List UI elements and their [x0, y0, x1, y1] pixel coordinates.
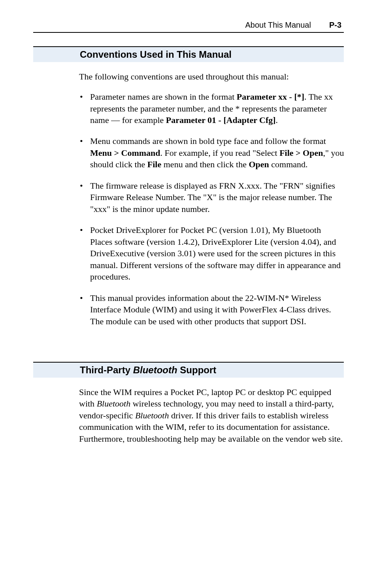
text: Parameter names are shown in the format: [90, 92, 237, 102]
section1-content: The following conventions are used throu…: [79, 71, 345, 327]
italic-text: Bluetooth: [97, 399, 131, 408]
header-title: About This Manual: [245, 21, 311, 30]
section2-content: Since the WIM requires a Pocket PC, lapt…: [79, 386, 345, 444]
text: command.: [269, 159, 308, 169]
section-heading-conventions: Conventions Used in This Manual: [79, 46, 344, 62]
bold-text: Menu > Command: [90, 148, 160, 158]
conventions-list: Parameter names are shown in the format …: [79, 91, 345, 327]
italic-text: Bluetooth: [135, 410, 169, 420]
list-item: Pocket DriveExplorer for Pocket PC (vers…: [79, 224, 345, 282]
text: The firmware release is displayed as FRN…: [90, 181, 335, 214]
text: . For example, if you read "Select: [160, 148, 280, 158]
bold-text: Parameter xx - [*]: [237, 92, 304, 102]
list-item: Menu commands are shown in bold type fac…: [79, 135, 345, 170]
heading-italic: Bluetooth: [133, 365, 177, 375]
heading-indent-fill: [33, 46, 79, 62]
heading-text: Support: [177, 365, 217, 375]
header-row: About This Manual P-3: [33, 21, 344, 30]
text: .: [276, 115, 278, 125]
section-heading-bar: Third-Party Bluetooth Support: [33, 362, 344, 378]
bold-text: File > Open: [279, 148, 323, 158]
page: About This Manual P-3 Conventions Used i…: [0, 0, 377, 588]
bold-text: Parameter 01 - [Adapter Cfg]: [166, 115, 276, 125]
text: This manual provides information about t…: [90, 293, 331, 326]
list-item: This manual provides information about t…: [79, 292, 345, 327]
header-rule: [33, 32, 344, 33]
list-item: The firmware release is displayed as FRN…: [79, 180, 345, 215]
bold-text: File: [147, 159, 161, 169]
list-item: Parameter names are shown in the format …: [79, 91, 345, 126]
text: Menu commands are shown in bold type fac…: [90, 136, 326, 146]
text: menu and then click the: [161, 159, 249, 169]
section-gap: [33, 337, 344, 362]
text: Pocket DriveExplorer for Pocket PC (vers…: [90, 225, 341, 282]
header-page-number: P-3: [329, 21, 341, 30]
heading-indent-fill: [33, 362, 79, 378]
section2-body: Since the WIM requires a Pocket PC, lapt…: [79, 386, 345, 444]
section-heading-bluetooth: Third-Party Bluetooth Support: [79, 362, 344, 378]
bold-text: Open: [249, 159, 269, 169]
section1-intro: The following conventions are used throu…: [79, 71, 345, 82]
section-heading-bar: Conventions Used in This Manual: [33, 46, 344, 62]
heading-text: Third-Party: [80, 365, 133, 375]
